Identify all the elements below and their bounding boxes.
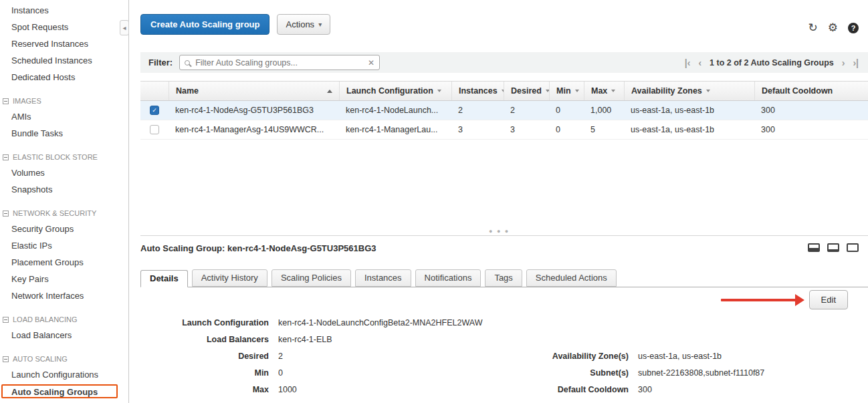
collapse-section-icon xyxy=(3,211,9,217)
tab-tags[interactable]: Tags xyxy=(485,269,522,287)
tab-activity-history[interactable]: Activity History xyxy=(192,269,267,287)
column-header-desired[interactable]: Desired xyxy=(504,82,549,100)
sidebar-item-launch-configurations[interactable]: Launch Configurations xyxy=(0,366,128,383)
first-page-icon[interactable]: |‹ xyxy=(685,58,691,68)
sidebar-section-label: IMAGES xyxy=(13,94,41,108)
filter-search-box[interactable]: ✕ xyxy=(179,55,380,70)
sidebar-section-label: AUTO SCALING xyxy=(13,352,68,366)
cell-min: 0 xyxy=(549,106,584,115)
row-checkbox-unchecked[interactable] xyxy=(150,125,159,134)
actions-button[interactable]: Actions ▾ xyxy=(277,14,330,35)
layout-bottom-pane-icon[interactable] xyxy=(827,243,839,252)
column-label: Min xyxy=(556,86,571,96)
previous-page-icon[interactable]: ‹ xyxy=(698,58,701,68)
sidebar-section-label: NETWORK & SECURITY xyxy=(13,206,96,221)
column-label: Default Cooldown xyxy=(762,86,833,96)
field-value-load-balancers: ken-rc4-1-ELB xyxy=(278,335,492,344)
collapse-section-icon xyxy=(3,154,9,160)
sidebar-item-scheduled-instances[interactable]: Scheduled Instances xyxy=(0,52,128,69)
sidebar-item-instances[interactable]: Instances xyxy=(0,2,128,19)
tab-scaling-policies[interactable]: Scaling Policies xyxy=(272,269,351,287)
layout-half-pane-icon[interactable] xyxy=(808,243,820,252)
cell-max: 1,000 xyxy=(584,106,624,115)
sidebar-item-snapshots[interactable]: Snapshots xyxy=(0,181,128,198)
column-header-name[interactable]: Name xyxy=(169,82,339,100)
sort-ascending-icon xyxy=(327,90,332,93)
cell-name: ken-rc4-1-NodeAsg-G5TU3P561BG3 xyxy=(169,106,339,115)
sidebar-item-reserved-instances[interactable]: Reserved Instances xyxy=(0,35,128,52)
sidebar-item-key-pairs[interactable]: Key Pairs xyxy=(0,271,128,287)
details-fields: Launch Configuration ken-rc4-1-NodeLaunc… xyxy=(140,314,868,403)
sidebar-section-load-balancing[interactable]: LOAD BALANCING xyxy=(0,312,128,327)
field-value-max: 1000 xyxy=(278,385,492,394)
split-divider[interactable] xyxy=(140,235,868,236)
sidebar-item-bundle-tasks[interactable]: Bundle Tasks xyxy=(0,125,128,142)
table-row[interactable]: ✓ ken-rc4-1-NodeAsg-G5TU3P561BG3 ken-rc4… xyxy=(140,101,868,120)
sidebar: Instances Spot Requests Reserved Instanc… xyxy=(0,0,129,403)
column-header-max[interactable]: Max xyxy=(584,82,624,100)
tab-details[interactable]: Details xyxy=(140,270,188,287)
clear-filter-icon[interactable]: ✕ xyxy=(368,58,374,68)
help-icon[interactable]: ? xyxy=(848,23,859,33)
column-label: Instances xyxy=(459,86,498,96)
sidebar-item-security-groups[interactable]: Security Groups xyxy=(0,221,128,237)
sidebar-section-elastic-block-store[interactable]: ELASTIC BLOCK STORE xyxy=(0,150,128,164)
pagination-status: 1 to 2 of 2 Auto Scaling Groups xyxy=(710,58,834,68)
refresh-icon[interactable]: ↻ xyxy=(808,22,818,33)
cell-name: ken-rc4-1-ManagerAsg-14US9WWCR... xyxy=(169,125,339,134)
column-filter-icon xyxy=(706,90,710,92)
tab-instances[interactable]: Instances xyxy=(355,269,411,287)
column-header-availability-zones[interactable]: Availability Zones xyxy=(624,82,754,100)
sidebar-item-placement-groups[interactable]: Placement Groups xyxy=(0,254,128,271)
column-header-instances[interactable]: Instances xyxy=(451,82,504,100)
field-value-subnets: subnet-22163808,subnet-f1110f87 xyxy=(638,368,868,378)
sidebar-item-network-interfaces[interactable]: Network Interfaces xyxy=(0,287,128,304)
field-label-load-balancers: Load Balancers xyxy=(140,335,269,344)
field-label-desired: Desired xyxy=(140,352,269,361)
sidebar-item-dedicated-hosts[interactable]: Dedicated Hosts xyxy=(0,69,128,86)
sidebar-item-spot-requests[interactable]: Spot Requests xyxy=(0,19,128,35)
sidebar-section-images[interactable]: IMAGES xyxy=(0,94,128,108)
sidebar-section-auto-scaling[interactable]: AUTO SCALING xyxy=(0,352,128,366)
layout-full-pane-icon[interactable] xyxy=(847,243,859,252)
chevron-down-icon: ▾ xyxy=(318,21,322,28)
field-label-launch-configuration: Launch Configuration xyxy=(140,318,269,327)
column-header-launch-configuration[interactable]: Launch Configuration xyxy=(339,82,451,100)
split-drag-handle[interactable]: ● ● ● xyxy=(489,228,510,235)
field-label-subnets: Subnet(s) xyxy=(502,368,629,378)
tab-scheduled-actions[interactable]: Scheduled Actions xyxy=(526,269,617,287)
actions-button-label: Actions xyxy=(286,19,314,29)
row-checkbox-checked[interactable]: ✓ xyxy=(150,106,159,115)
collapse-section-icon xyxy=(3,317,9,323)
pagination: |‹ ‹ 1 to 2 of 2 Auto Scaling Groups › ›… xyxy=(685,52,859,73)
gear-icon[interactable]: ⚙ xyxy=(828,22,838,33)
column-label: Availability Zones xyxy=(631,86,702,96)
collapse-section-icon xyxy=(3,356,9,362)
sidebar-collapse-button[interactable]: ◂ xyxy=(120,20,129,35)
cell-launch-configuration: ken-rc4-1-ManagerLau... xyxy=(339,125,451,134)
sidebar-section-network-security[interactable]: NETWORK & SECURITY xyxy=(0,206,128,221)
pane-layout-icons xyxy=(808,243,859,252)
sidebar-item-auto-scaling-groups[interactable]: Auto Scaling Groups xyxy=(1,384,118,398)
cell-desired: 2 xyxy=(504,106,549,115)
sidebar-item-elastic-ips[interactable]: Elastic IPs xyxy=(0,237,128,254)
sidebar-item-volumes[interactable]: Volumes xyxy=(0,164,128,181)
next-page-icon[interactable]: › xyxy=(842,58,845,68)
filter-input[interactable] xyxy=(194,57,364,68)
cell-instances: 2 xyxy=(451,106,504,115)
create-auto-scaling-group-button[interactable]: Create Auto Scaling group xyxy=(140,14,269,35)
sidebar-item-load-balancers[interactable]: Load Balancers xyxy=(0,327,128,344)
cell-desired: 3 xyxy=(504,125,549,134)
filter-bar: Filter: ✕ |‹ ‹ 1 to 2 of 2 Auto Scaling … xyxy=(140,52,868,73)
cell-instances: 3 xyxy=(451,125,504,134)
column-header-min[interactable]: Min xyxy=(549,82,584,100)
column-filter-icon xyxy=(575,90,579,92)
corner-icons: ↻ ⚙ ? xyxy=(808,22,859,33)
table-row[interactable]: ken-rc4-1-ManagerAsg-14US9WWCR... ken-rc… xyxy=(140,120,868,140)
tab-notifications[interactable]: Notifications xyxy=(415,269,481,287)
column-header-default-cooldown[interactable]: Default Cooldown xyxy=(754,82,868,100)
cell-launch-configuration: ken-rc4-1-NodeLaunch... xyxy=(339,106,451,115)
sidebar-item-amis[interactable]: AMIs xyxy=(0,108,128,125)
last-page-icon[interactable]: ›| xyxy=(853,58,859,68)
edit-button[interactable]: Edit xyxy=(809,290,848,309)
